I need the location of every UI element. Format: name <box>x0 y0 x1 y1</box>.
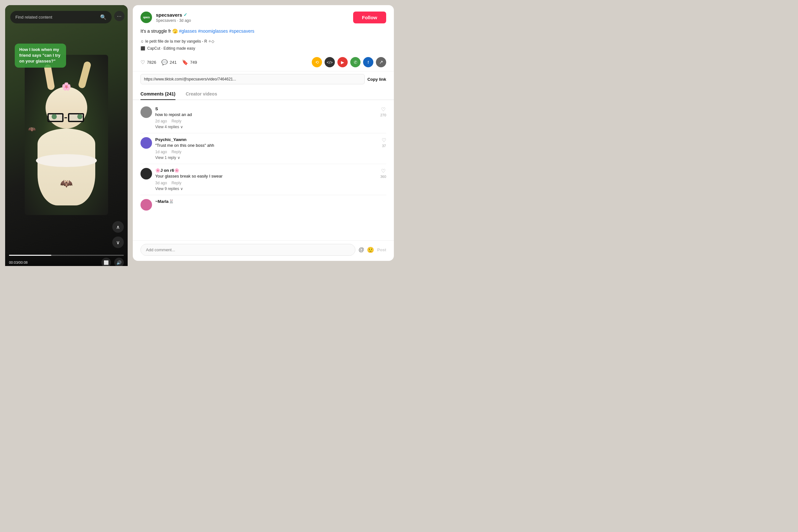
copy-link-button[interactable]: Copy link <box>367 77 386 82</box>
more-options-button[interactable]: ··· <box>114 11 124 21</box>
post-button[interactable]: Post <box>377 247 386 252</box>
video-text-bubble: How I look when my friend says "can I tr… <box>15 43 66 68</box>
avatar-logo: specs <box>141 12 152 23</box>
comments-list: S how to repost an ad 2d ago Reply View … <box>133 100 394 240</box>
like-count: 37 <box>382 144 386 148</box>
link-row: https://www.tiktok.com/@specsavers/video… <box>133 72 394 88</box>
view-replies-button[interactable]: View 1 reply ∨ <box>155 155 379 160</box>
avatar <box>141 168 152 179</box>
progress-fill <box>9 255 51 256</box>
hashtag-glasses[interactable]: #glasses <box>179 28 197 34</box>
view-replies-button[interactable]: View 4 replies ∨ <box>155 125 377 129</box>
comment-actions: @ 🙂 <box>359 246 374 253</box>
comment-like[interactable]: ♡ 270 <box>380 107 386 129</box>
comment-meta: 3d ago Reply <box>155 181 377 185</box>
comment-item: ~Marla🐰 <box>141 195 386 214</box>
reply-link[interactable]: Reply <box>171 181 182 185</box>
comment-like[interactable]: ♡ 37 <box>382 137 386 160</box>
like-count: 270 <box>380 113 386 117</box>
like-icon: ♡ <box>381 107 385 113</box>
share-icons: ⟲ </> ▶ ✆ f ↗ <box>312 57 386 67</box>
comment-meta: 1d ago Reply <box>155 150 379 154</box>
avatar <box>141 199 152 211</box>
reply-link[interactable]: Reply <box>171 119 182 124</box>
author-avatar: specs <box>141 12 152 23</box>
avatar <box>141 137 152 149</box>
post-header: specs specsavers ✓ Specsavers · 3d ago F… <box>133 5 394 28</box>
view-replies-button[interactable]: View 9 replies ∨ <box>155 187 377 191</box>
author-info: specs specsavers ✓ Specsavers · 3d ago <box>141 12 191 23</box>
caption-icon[interactable]: ⬜ <box>101 258 111 266</box>
video-panel: Find related content 🔍 ··· 🌸 <box>5 5 128 266</box>
comment-time: 2d ago <box>155 119 167 124</box>
author-name: specsavers ✓ <box>156 12 191 18</box>
music-icon: ♫ <box>141 39 143 43</box>
comment-body: ~Marla🐰 <box>155 199 386 211</box>
comment-text: "Trust me on this one boss" ahh <box>155 142 379 148</box>
like-icon: ♡ <box>381 168 385 174</box>
comment-body: Psychic_Yawnn "Trust me on this one boss… <box>155 137 379 160</box>
nav-up-button[interactable]: ∧ <box>112 221 124 233</box>
share-whatsapp-icon[interactable]: ✆ <box>350 57 361 67</box>
tabs-row: Comments (241) Creator videos <box>133 88 394 100</box>
post-capcut: ⬛ CapCut · Editing made easy <box>133 45 394 55</box>
comment-time: 3d ago <box>155 181 167 185</box>
comment-input[interactable] <box>141 244 356 256</box>
comment-time: 1d ago <box>155 150 167 154</box>
share-facebook-icon[interactable]: f <box>363 57 373 67</box>
comment-item: S how to repost an ad 2d ago Reply View … <box>141 102 386 133</box>
search-bar[interactable]: Find related content 🔍 <box>10 11 112 23</box>
comment-username: ~Marla🐰 <box>155 199 386 204</box>
comment-item: Psychic_Yawnn "Trust me on this one boss… <box>141 133 386 164</box>
stats-row: ♡ 7826 💬 241 🔖 749 ⟲ </> ▶ ✆ f ↗ <box>133 55 394 72</box>
comment-meta: 2d ago Reply <box>155 119 377 124</box>
nav-down-button[interactable]: ∨ <box>112 236 124 248</box>
comments-stat[interactable]: 💬 241 <box>161 59 177 65</box>
tab-creator-videos[interactable]: Creator videos <box>186 88 217 100</box>
chevron-down-icon: ∨ <box>177 155 180 160</box>
heart-icon: ♡ <box>141 59 145 65</box>
progress-bar[interactable] <box>9 255 124 256</box>
hashtag-specsavers[interactable]: #specsavers <box>229 28 254 34</box>
right-panel: specs specsavers ✓ Specsavers · 3d ago F… <box>133 5 394 261</box>
chevron-down-icon: ∨ <box>180 187 183 191</box>
capcut-icon: ⬛ <box>141 46 145 51</box>
avatar <box>141 107 152 118</box>
comment-icon: 💬 <box>161 59 168 65</box>
comment-text: how to repost an ad <box>155 112 377 118</box>
verified-icon: ✓ <box>183 12 187 17</box>
bookmark-icon: 🔖 <box>182 59 188 65</box>
likes-stat[interactable]: ♡ 7826 <box>141 59 156 65</box>
emoji-icon[interactable]: 🙂 <box>367 246 374 253</box>
tab-comments[interactable]: Comments (241) <box>141 88 176 100</box>
share-pocket-icon[interactable]: ▶ <box>338 57 348 67</box>
video-background: 🌸 🦇 🦇 How I look when my friend says "ca… <box>5 5 128 266</box>
saves-stat[interactable]: 🔖 749 <box>182 59 197 65</box>
link-display: https://www.tiktok.com/@specsavers/video… <box>141 74 365 84</box>
video-controls: 00:03/00:08 ⬜ 🔊 <box>5 252 128 266</box>
post-caption: It's a struggle fr 🫣 #glasses #noomiglas… <box>133 28 394 38</box>
like-icon: ♡ <box>382 137 386 143</box>
like-count: 360 <box>380 175 386 178</box>
reply-link[interactable]: Reply <box>171 150 182 154</box>
time-display: 00:03/00:08 <box>9 261 28 264</box>
mention-icon[interactable]: @ <box>359 246 364 253</box>
comment-body: S how to repost an ad 2d ago Reply View … <box>155 107 377 129</box>
share-tiktok-icon[interactable]: ⟲ <box>312 57 322 67</box>
chevron-down-icon: ∨ <box>180 125 183 129</box>
comment-username: S <box>155 107 377 111</box>
post-music: ♫ le petit fille de la mer by vangelis -… <box>133 38 394 45</box>
hashtag-noomi[interactable]: #noomiglasses <box>198 28 228 34</box>
volume-icon[interactable]: 🔊 <box>114 258 124 266</box>
comment-text: Your glasses break so easily I swear <box>155 173 377 179</box>
share-code-icon[interactable]: </> <box>325 57 335 67</box>
search-bar-text: Find related content <box>15 15 52 20</box>
comment-username: Psychic_Yawnn <box>155 137 379 142</box>
comment-input-row: @ 🙂 Post <box>133 240 394 261</box>
comment-like[interactable]: ♡ 360 <box>380 168 386 191</box>
author-handle: Specsavers · 3d ago <box>156 18 191 23</box>
share-more-icon[interactable]: ↗ <box>376 57 386 67</box>
comment-body: 🌸J on r6🌸 Your glasses break so easily I… <box>155 168 377 191</box>
search-icon[interactable]: 🔍 <box>100 14 107 20</box>
follow-button[interactable]: Follow <box>353 12 386 23</box>
